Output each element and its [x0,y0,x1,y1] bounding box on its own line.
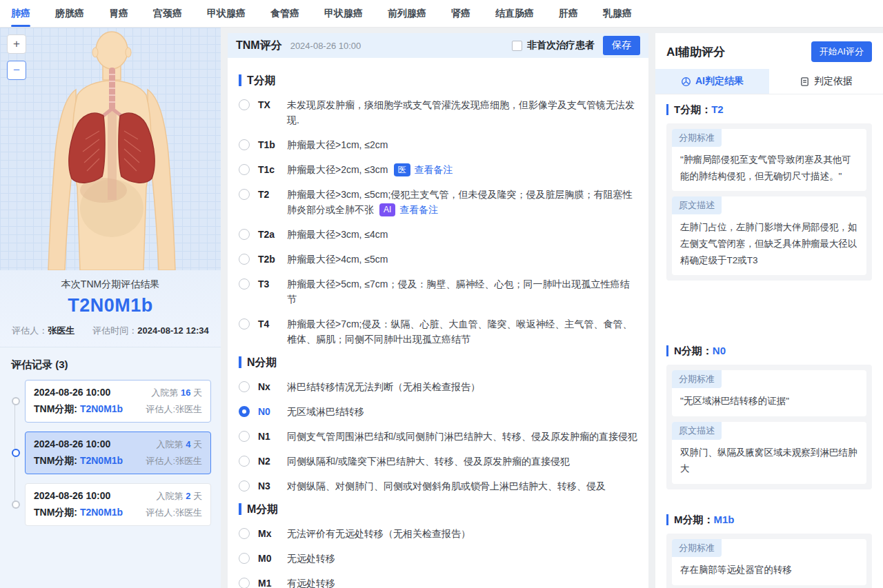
tnm-scoring-panel: TNM评分 2024-08-26 10:00 非首次治疗患者 保存 T分期 [228,33,648,588]
record-card[interactable]: 2024-08-26 10:00 入院第 2 天 TNM分期: T2N0M1b … [25,483,211,526]
nav-tab-liver[interactable]: 肝癌 [559,0,578,27]
option-T1b[interactable]: T1b 肿瘤最大径>1cm, ≤2cm [239,137,637,152]
evaluator-name: 张医生 [48,325,75,336]
option-M0[interactable]: M0 无远处转移 [239,551,637,566]
option-T2b[interactable]: T2b 肿瘤最大径>4cm, ≤5cm [239,252,637,267]
nav-tab-kidney[interactable]: 肾癌 [451,0,470,27]
option-M1[interactable]: M1 有远处转移 [239,576,637,588]
nav-tab-bladder[interactable]: 膀胱癌 [55,0,84,27]
n-stage-section-title: N分期 [239,356,637,368]
patient-anatomy-panel: + − [0,28,221,588]
option-T2a[interactable]: T2a 肿瘤最大径>3cm, ≤4cm [239,227,637,242]
radio-icon[interactable] [239,431,250,442]
radio-icon[interactable] [239,139,250,150]
nav-tab-stomach[interactable]: 胃癌 [109,0,128,27]
zoom-in-button[interactable]: + [7,34,26,54]
record-card-selected[interactable]: 2024-08-26 10:00 入院第 4 天 TNM分期: T2N0M1b … [25,432,211,474]
record-evaluator: 评估人:张医生 [146,507,202,519]
radio-icon[interactable] [239,278,250,290]
option-N3[interactable]: N3 对侧纵隔、对侧肺门、同侧或对侧斜角肌或锁骨上淋巴结肿大、转移、侵及 [239,478,637,494]
radio-icon[interactable] [239,164,250,175]
radio-selected-icon[interactable] [239,406,250,417]
panel-datetime: 2024-08-26 10:00 [290,41,361,51]
nav-tab-thyroid-2[interactable]: 甲状腺癌 [324,0,363,27]
option-T4[interactable]: T4 肿瘤最大径>7cm;侵及：纵隔、心脏、大血管、隆突、喉返神经、主气管、食管… [239,316,637,347]
option-Mx[interactable]: Mx 无法评价有无远处转移（无相关检查报告） [239,526,637,541]
cancer-type-nav: 肺癌 膀胱癌 胃癌 宫颈癌 甲状腺癌 食管癌 甲状腺癌 前列腺癌 肾癌 结直肠癌… [0,0,883,28]
ai-m-stage-heading: M分期：M1b [666,514,872,525]
tab-judgment-basis[interactable]: 判定依据 [769,69,883,94]
nav-tab-colorectal[interactable]: 结直肠癌 [495,0,534,27]
radio-icon[interactable] [239,528,250,539]
doctor-note-badge: 医 [394,163,410,176]
record-card[interactable]: 2024-08-26 10:00 入院第 16 天 TNM分期: T2N0M1b… [25,380,211,423]
nav-tab-thyroid[interactable]: 甲状腺癌 [207,0,246,27]
zoom-out-button[interactable]: − [7,61,26,80]
criteria-tag: 分期标准 [672,129,722,147]
view-note-link[interactable]: 查看备注 [399,204,438,215]
source-text: 左肺门占位，左肺门影增大伴局部侵犯，如左侧支气管闭塞，但缺乏具体肿瘤最大径以精确… [672,214,866,275]
radio-icon[interactable] [239,381,250,392]
ai-assist-panel: AI辅助评分 开始AI评分 AI判定结果 判定依据 [655,33,883,588]
criteria-text: "无区域淋巴结转移的证据" [672,388,866,416]
non-first-treatment-checkbox[interactable]: 非首次治疗患者 [512,39,595,52]
option-N1[interactable]: N1 同侧支气管周围淋巴结和/或同侧肺门淋巴结肿大、转移、侵及原发肿瘤的直接侵犯 [239,429,637,444]
radio-icon[interactable] [239,318,250,330]
nav-tab-esophagus[interactable]: 食管癌 [270,0,299,27]
radio-icon[interactable] [239,456,250,467]
option-T3[interactable]: T3 肿瘤最大径>5cm, ≤7cm；侵及：胸壁、膈神经、心包；同一肺叶出现孤立… [239,276,637,307]
m-stage-section-title: M分期 [239,503,637,515]
option-Nx[interactable]: Nx 淋巴结转移情况无法判断（无相关检查报告） [239,379,637,394]
checkbox-label: 非首次治疗患者 [527,39,595,52]
criteria-tag: 分期标准 [672,539,722,557]
criteria-text: 存在脑部等远处器官的转移 [672,557,866,585]
radio-icon[interactable] [239,254,250,265]
radio-icon[interactable] [239,189,250,200]
nav-tab-breast[interactable]: 乳腺癌 [603,0,632,27]
option-N2[interactable]: N2 同侧纵隔和/或隆突下淋巴结肿大、转移、侵及原发肿瘤的直接侵犯 [239,454,637,469]
app-window: 肺癌 膀胱癌 胃癌 宫颈癌 甲状腺癌 食管癌 甲状腺癌 前列腺癌 肾癌 结直肠癌… [0,0,883,588]
anatomy-viewer[interactable]: + − [0,28,221,270]
ai-note-badge: AI [379,203,395,216]
radio-icon[interactable] [239,480,250,491]
record-stage: TNM分期: T2N0M1b [34,403,123,416]
nav-tab-cervical[interactable]: 宫颈癌 [153,0,182,27]
body-anatomy-illustration [0,28,221,270]
assessment-records: 评估记录 (3) 2024-08-26 10:00 入院第 16 天 TNM分期… [0,347,221,588]
source-text: 双肺门、纵隔及腋窝区域未观察到淋巴结肿大 [672,440,866,484]
radio-icon[interactable] [239,229,250,240]
radio-icon[interactable] [239,99,250,110]
record-admit-day: 入院第 4 天 [157,438,202,451]
record-admit-day: 入院第 16 天 [151,387,202,399]
radio-icon[interactable] [239,578,250,588]
tab-ai-result[interactable]: AI判定结果 [655,69,769,94]
option-N0-selected[interactable]: N0 无区域淋巴结转移 [239,404,637,419]
start-ai-scoring-button[interactable]: 开始AI评分 [811,41,872,62]
records-timeline: 2024-08-26 10:00 入院第 16 天 TNM分期: T2N0M1b… [10,380,211,526]
checkbox-icon[interactable] [512,41,522,51]
criteria-tag: 分期标准 [672,370,722,388]
eval-time-label: 评估时间： [92,325,137,336]
eval-time: 2024-08-12 12:34 [137,325,208,336]
ai-result-icon [681,77,691,87]
nav-tab-prostate[interactable]: 前列腺癌 [388,0,426,27]
record-stage: TNM分期: T2N0M1b [34,455,123,467]
option-T2[interactable]: T2 肿瘤最大径>3cm, ≤5cm;侵犯主支气管，但未侵及隆突；侵及脏层胸膜；… [239,187,637,217]
source-card: 原文描述 左肺门占位，左肺门影增大伴局部侵犯，如左侧支气管闭塞，但缺乏具体肿瘤最… [672,196,866,275]
view-note-link[interactable]: 查看备注 [415,164,453,175]
criteria-card: 分期标准 存在脑部等远处器官的转移 [672,539,866,585]
nav-tab-lung[interactable]: 肺癌 [11,0,30,27]
source-tag: 原文描述 [672,422,722,440]
option-TX[interactable]: TX 未发现原发肿瘤，痰细胞学或支气管灌洗发现癌细胞，但影像学及支气管镜无法发现… [239,97,637,128]
record-stage: TNM分期: T2N0M1b [34,507,123,519]
source-tag: 原文描述 [672,196,722,214]
document-icon [800,77,810,87]
tnm-stage-value: T2N0M1b [11,295,210,316]
radio-icon[interactable] [239,553,250,564]
save-button[interactable]: 保存 [603,36,640,55]
ai-t-stage-heading: T分期：T2 [666,104,872,115]
ai-n-stage-heading: N分期：N0 [666,345,872,356]
option-T1c[interactable]: T1c 肿瘤最大径>2cm, ≤3cm医查看备注 [239,162,637,177]
record-evaluator: 评估人:张医生 [146,403,202,416]
ai-m-stage-group: M分期：M1b 分期标准 存在脑部等远处器官的转移 原文描述 存在明确的脑转移，… [666,514,872,588]
